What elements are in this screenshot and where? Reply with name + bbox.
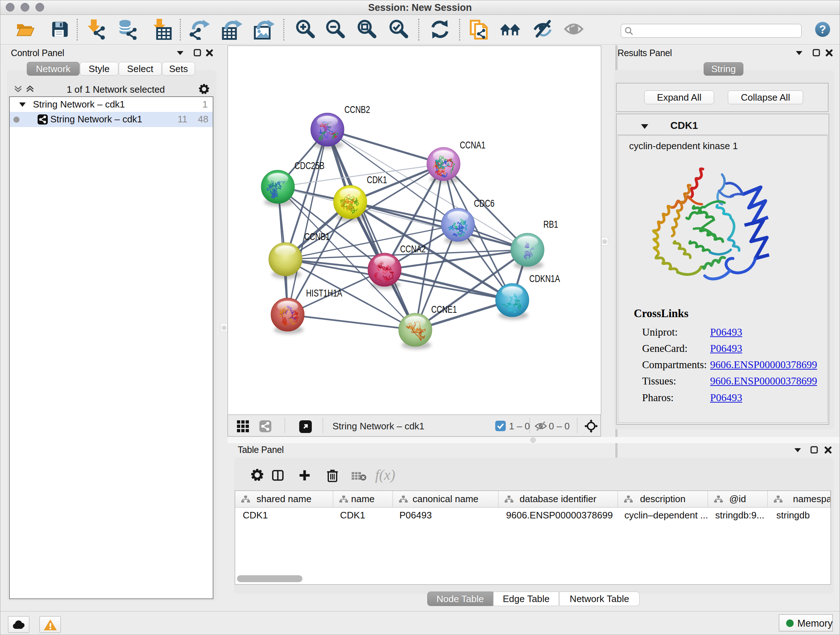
- svg-text:RB1: RB1: [543, 219, 558, 230]
- svg-text:?: ?: [819, 23, 826, 36]
- svg-text:CCNA2: CCNA2: [400, 243, 426, 255]
- svg-text:CCNE1: CCNE1: [431, 304, 457, 315]
- svg-text:CDK1: CDK1: [367, 174, 387, 185]
- svg-text:CDC25B: CDC25B: [294, 160, 325, 171]
- svg-text:CCNB1: CCNB1: [304, 231, 330, 242]
- svg-text:CDC6: CDC6: [474, 198, 494, 209]
- svg-text:CCNB2: CCNB2: [344, 104, 370, 115]
- svg-text:HIST1H1A: HIST1H1A: [306, 287, 342, 299]
- svg-text:CCNA1: CCNA1: [460, 139, 485, 150]
- svg-text:CDKN1A: CDKN1A: [529, 273, 560, 284]
